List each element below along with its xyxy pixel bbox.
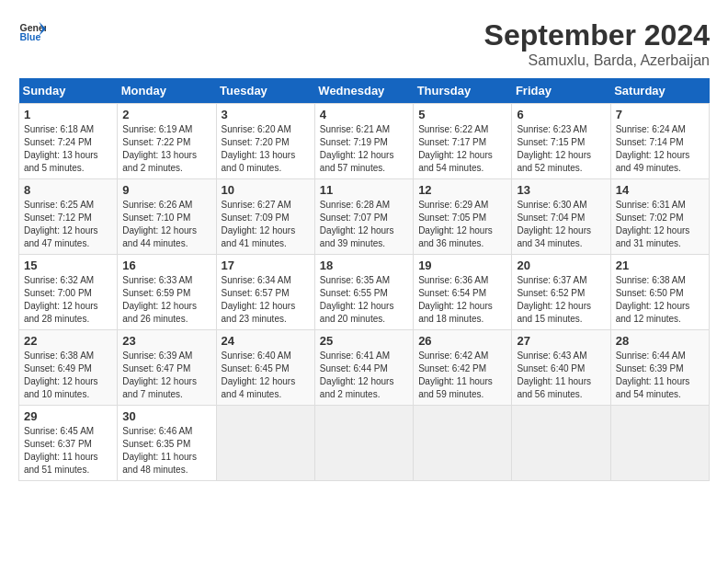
calendar-week-row: 8 Sunrise: 6:25 AM Sunset: 7:12 PM Dayli… [19,179,710,255]
calendar-day-cell: 19 Sunrise: 6:36 AM Sunset: 6:54 PM Dayl… [414,255,512,330]
calendar-day-cell: 9 Sunrise: 6:26 AM Sunset: 7:10 PM Dayli… [118,179,216,255]
calendar-day-cell: 20 Sunrise: 6:37 AM Sunset: 6:52 PM Dayl… [512,255,610,330]
calendar-day-cell [610,406,709,481]
day-number: 2 [122,108,210,121]
calendar-header-row: Sunday Monday Tuesday Wednesday Thursday… [19,78,710,104]
calendar-day-cell: 13 Sunrise: 6:30 AM Sunset: 7:04 PM Dayl… [512,179,610,255]
calendar-week-row: 1 Sunrise: 6:18 AM Sunset: 7:24 PM Dayli… [19,104,710,179]
day-number: 14 [616,183,704,197]
calendar-day-cell: 14 Sunrise: 6:31 AM Sunset: 7:02 PM Dayl… [610,179,709,255]
day-info: Sunrise: 6:18 AM Sunset: 7:24 PM Dayligh… [24,123,112,175]
day-info: Sunrise: 6:33 AM Sunset: 6:59 PM Dayligh… [122,274,210,326]
col-sunday: Sunday [19,78,118,104]
day-info: Sunrise: 6:24 AM Sunset: 7:14 PM Dayligh… [616,123,704,175]
day-info: Sunrise: 6:46 AM Sunset: 6:35 PM Dayligh… [122,425,210,477]
calendar-day-cell: 24 Sunrise: 6:40 AM Sunset: 6:45 PM Dayl… [216,330,314,406]
title-block: September 2024 Samuxlu, Barda, Azerbaija… [484,18,710,69]
day-info: Sunrise: 6:42 AM Sunset: 6:42 PM Dayligh… [418,350,506,401]
day-number: 24 [222,334,310,348]
col-tuesday: Tuesday [216,78,314,104]
calendar-day-cell: 27 Sunrise: 6:43 AM Sunset: 6:40 PM Dayl… [512,330,610,406]
day-number: 5 [418,108,506,121]
day-number: 29 [24,409,112,423]
calendar-day-cell: 1 Sunrise: 6:18 AM Sunset: 7:24 PM Dayli… [19,104,118,179]
calendar-day-cell: 11 Sunrise: 6:28 AM Sunset: 7:07 PM Dayl… [314,179,413,255]
day-number: 9 [122,183,210,197]
day-info: Sunrise: 6:44 AM Sunset: 6:39 PM Dayligh… [616,350,704,401]
calendar-day-cell: 23 Sunrise: 6:39 AM Sunset: 6:47 PM Dayl… [118,330,216,406]
col-thursday: Thursday [414,78,512,104]
month-title: September 2024 [484,18,710,52]
col-wednesday: Wednesday [314,78,413,104]
calendar-day-cell: 6 Sunrise: 6:23 AM Sunset: 7:15 PM Dayli… [512,104,610,179]
day-info: Sunrise: 6:37 AM Sunset: 6:52 PM Dayligh… [517,274,605,326]
day-info: Sunrise: 6:19 AM Sunset: 7:22 PM Dayligh… [122,123,210,175]
day-info: Sunrise: 6:41 AM Sunset: 6:44 PM Dayligh… [320,350,408,401]
day-number: 1 [24,108,112,121]
day-number: 28 [616,334,704,348]
day-number: 19 [418,259,506,272]
calendar-day-cell: 7 Sunrise: 6:24 AM Sunset: 7:14 PM Dayli… [610,104,709,179]
day-number: 20 [517,259,605,272]
day-info: Sunrise: 6:35 AM Sunset: 6:55 PM Dayligh… [320,274,408,326]
day-info: Sunrise: 6:45 AM Sunset: 6:37 PM Dayligh… [24,425,112,477]
day-number: 18 [320,259,408,272]
calendar-day-cell: 25 Sunrise: 6:41 AM Sunset: 6:44 PM Dayl… [314,330,413,406]
day-info: Sunrise: 6:22 AM Sunset: 7:17 PM Dayligh… [418,123,506,175]
day-number: 22 [24,334,112,348]
day-number: 3 [222,108,310,121]
calendar-day-cell: 28 Sunrise: 6:44 AM Sunset: 6:39 PM Dayl… [610,330,709,406]
calendar-day-cell: 5 Sunrise: 6:22 AM Sunset: 7:17 PM Dayli… [414,104,512,179]
day-info: Sunrise: 6:38 AM Sunset: 6:50 PM Dayligh… [616,274,704,326]
day-info: Sunrise: 6:20 AM Sunset: 7:20 PM Dayligh… [222,123,310,175]
calendar-week-row: 22 Sunrise: 6:38 AM Sunset: 6:49 PM Dayl… [19,330,710,406]
day-info: Sunrise: 6:28 AM Sunset: 7:07 PM Dayligh… [320,199,408,250]
day-info: Sunrise: 6:39 AM Sunset: 6:47 PM Dayligh… [122,350,210,401]
calendar-day-cell: 10 Sunrise: 6:27 AM Sunset: 7:09 PM Dayl… [216,179,314,255]
calendar-day-cell: 15 Sunrise: 6:32 AM Sunset: 7:00 PM Dayl… [19,255,118,330]
day-info: Sunrise: 6:26 AM Sunset: 7:10 PM Dayligh… [122,199,210,250]
day-info: Sunrise: 6:21 AM Sunset: 7:19 PM Dayligh… [320,123,408,175]
svg-text:Blue: Blue [20,31,41,42]
calendar-week-row: 15 Sunrise: 6:32 AM Sunset: 7:00 PM Dayl… [19,255,710,330]
col-monday: Monday [118,78,216,104]
calendar-day-cell: 22 Sunrise: 6:38 AM Sunset: 6:49 PM Dayl… [19,330,118,406]
calendar-day-cell [414,406,512,481]
day-info: Sunrise: 6:43 AM Sunset: 6:40 PM Dayligh… [517,350,605,401]
day-info: Sunrise: 6:29 AM Sunset: 7:05 PM Dayligh… [418,199,506,250]
calendar-day-cell: 3 Sunrise: 6:20 AM Sunset: 7:20 PM Dayli… [216,104,314,179]
day-number: 6 [517,108,605,121]
day-info: Sunrise: 6:36 AM Sunset: 6:54 PM Dayligh… [418,274,506,326]
day-number: 17 [222,259,310,272]
day-number: 4 [320,108,408,121]
calendar-day-cell [512,406,610,481]
page-header: General Blue September 2024 Samuxlu, Bar… [18,18,710,69]
logo-icon: General Blue [18,18,46,46]
day-number: 12 [418,183,506,197]
day-number: 27 [517,334,605,348]
calendar-day-cell: 17 Sunrise: 6:34 AM Sunset: 6:57 PM Dayl… [216,255,314,330]
calendar-day-cell: 12 Sunrise: 6:29 AM Sunset: 7:05 PM Dayl… [414,179,512,255]
day-info: Sunrise: 6:27 AM Sunset: 7:09 PM Dayligh… [222,199,310,250]
day-number: 15 [24,259,112,272]
calendar-table: Sunday Monday Tuesday Wednesday Thursday… [18,78,710,481]
day-info: Sunrise: 6:32 AM Sunset: 7:00 PM Dayligh… [24,274,112,326]
day-number: 21 [616,259,704,272]
logo: General Blue [18,18,46,46]
col-friday: Friday [512,78,610,104]
day-number: 16 [122,259,210,272]
day-info: Sunrise: 6:38 AM Sunset: 6:49 PM Dayligh… [24,350,112,401]
location: Samuxlu, Barda, Azerbaijan [484,52,710,69]
day-info: Sunrise: 6:25 AM Sunset: 7:12 PM Dayligh… [24,199,112,250]
day-number: 7 [616,108,704,121]
calendar-day-cell: 16 Sunrise: 6:33 AM Sunset: 6:59 PM Dayl… [118,255,216,330]
day-info: Sunrise: 6:40 AM Sunset: 6:45 PM Dayligh… [222,350,310,401]
day-number: 26 [418,334,506,348]
calendar-day-cell: 4 Sunrise: 6:21 AM Sunset: 7:19 PM Dayli… [314,104,413,179]
day-number: 30 [122,409,210,423]
calendar-day-cell: 18 Sunrise: 6:35 AM Sunset: 6:55 PM Dayl… [314,255,413,330]
day-number: 11 [320,183,408,197]
day-info: Sunrise: 6:31 AM Sunset: 7:02 PM Dayligh… [616,199,704,250]
calendar-week-row: 29 Sunrise: 6:45 AM Sunset: 6:37 PM Dayl… [19,406,710,481]
day-number: 13 [517,183,605,197]
